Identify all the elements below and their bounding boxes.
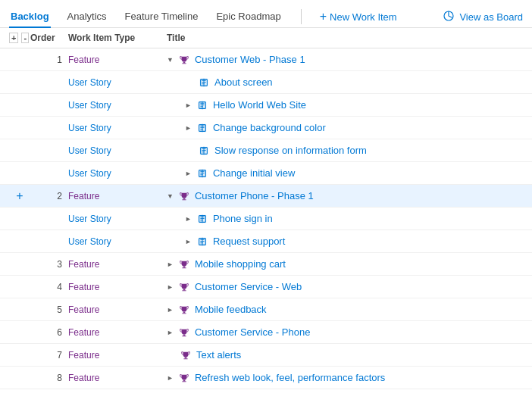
row-title-text[interactable]: Slow response on information form xyxy=(214,145,367,156)
row-order: 6 xyxy=(30,327,68,338)
collapse-icon[interactable]: ▼ xyxy=(167,192,174,200)
row-work-item-type: User Story xyxy=(68,236,167,247)
table-row: 8Feature► Refresh web look, feel, perfor… xyxy=(0,367,532,389)
table-row: 3Feature► Mobile shopping cart xyxy=(0,253,532,276)
collapse-all-icon[interactable]: - xyxy=(21,33,29,43)
row-title-cell: ► Phone sign in xyxy=(167,213,523,225)
row-work-item-type: User Story xyxy=(68,100,167,111)
table-row: 5Feature► Mobile feedback xyxy=(0,298,532,321)
nav-epic-roadmap[interactable]: Epic Roadmap xyxy=(214,6,282,28)
expand-icon[interactable]: ► xyxy=(185,215,192,223)
row-work-item-type: Feature xyxy=(68,259,167,270)
table-row: +2Feature▼ Customer Phone - Phase 1 xyxy=(0,185,532,208)
row-title-text[interactable]: Phone sign in xyxy=(213,213,273,224)
nav-bar: Backlog Analytics Feature Timeline Epic … xyxy=(0,0,532,28)
row-order: 2 xyxy=(30,191,68,201)
expand-icon[interactable]: ► xyxy=(167,374,174,382)
table-row: User Story► Hello World Web Site xyxy=(0,94,532,117)
table-row: User Story► Phone sign in xyxy=(0,208,532,230)
row-work-item-type: Feature xyxy=(68,55,167,65)
story-icon xyxy=(197,213,210,225)
story-icon xyxy=(197,122,210,134)
row-title-cell: About screen xyxy=(167,76,523,89)
nav-analytics[interactable]: Analytics xyxy=(66,6,108,28)
row-work-item-type: Feature xyxy=(68,304,167,315)
row-title-text[interactable]: Customer Service - Web xyxy=(195,281,302,292)
row-work-item-type: User Story xyxy=(68,214,167,224)
row-title-text[interactable]: Mobile feedback xyxy=(195,304,267,315)
row-work-item-type: Feature xyxy=(68,373,167,383)
row-work-item-type: Feature xyxy=(68,350,167,361)
trophy-icon xyxy=(179,304,192,316)
row-title-text[interactable]: Customer Web - Phase 1 xyxy=(195,54,305,65)
row-title-cell: ► Hello World Web Site xyxy=(167,99,523,111)
row-title-text[interactable]: Hello World Web Site xyxy=(213,99,306,111)
expand-icon[interactable]: ► xyxy=(167,283,174,291)
view-as-board-label: View as Board xyxy=(459,11,523,23)
view-as-board-button[interactable]: View as Board xyxy=(443,11,523,23)
row-order: 8 xyxy=(30,373,68,383)
row-title-cell: Text alerts xyxy=(167,349,523,361)
board-icon xyxy=(443,11,454,23)
trophy-icon xyxy=(179,326,192,339)
row-work-item-type: User Story xyxy=(68,123,167,133)
new-work-item-button[interactable]: + New Work Item xyxy=(320,10,397,23)
collapse-icon[interactable]: ▼ xyxy=(167,56,174,64)
row-title-cell: ► Change initial view xyxy=(167,167,523,180)
title-header: Title xyxy=(167,33,523,43)
row-title-text[interactable]: About screen xyxy=(214,76,273,88)
table-row: 6Feature► Customer Service - Phone xyxy=(0,321,532,344)
row-title-text[interactable]: Request support xyxy=(213,236,285,247)
plus-icon: + xyxy=(320,10,327,23)
table-header: + - Order Work Item Type Title xyxy=(0,28,532,48)
row-work-item-type: Feature xyxy=(68,191,167,201)
expand-icon[interactable]: ► xyxy=(167,329,174,336)
expand-all-icon[interactable]: + xyxy=(9,33,18,43)
table-rows-container: 1Feature▼ Customer Web - Phase 1User Sto… xyxy=(0,48,532,389)
new-work-item-label: New Work Item xyxy=(330,11,397,23)
trophy-icon xyxy=(179,281,192,293)
row-work-item-type: User Story xyxy=(68,77,167,88)
row-title-text[interactable]: Change initial view xyxy=(213,167,295,179)
row-title-cell: ▼ Customer Phone - Phase 1 xyxy=(167,190,523,202)
trophy-icon xyxy=(179,372,192,384)
row-title-text[interactable]: Mobile shopping cart xyxy=(195,258,286,270)
table-row: 4Feature► Customer Service - Web xyxy=(0,276,532,298)
row-title-text[interactable]: Refresh web look, feel, performance fact… xyxy=(195,372,385,383)
row-title-text[interactable]: Customer Phone - Phase 1 xyxy=(195,190,314,201)
row-title-cell: ► Refresh web look, feel, performance fa… xyxy=(167,372,523,384)
story-icon xyxy=(197,99,210,111)
row-work-item-type: User Story xyxy=(68,168,167,179)
row-add-button[interactable]: + xyxy=(9,190,30,202)
work-item-type-header: Work Item Type xyxy=(68,33,167,43)
expand-icon[interactable]: ► xyxy=(185,124,192,132)
row-order: 4 xyxy=(30,282,68,292)
expand-icon[interactable]: ► xyxy=(185,101,192,109)
header-expand-icons[interactable]: + - xyxy=(9,33,30,43)
row-work-item-type: User Story xyxy=(68,145,167,156)
row-order: 5 xyxy=(30,304,68,315)
nav-feature-timeline[interactable]: Feature Timeline xyxy=(124,6,200,28)
row-order: 7 xyxy=(30,350,68,361)
trophy-icon xyxy=(179,54,192,66)
row-order: 3 xyxy=(30,259,68,270)
row-title-cell: ► Request support xyxy=(167,236,523,248)
row-work-item-type: Feature xyxy=(68,282,167,292)
add-icon[interactable]: + xyxy=(16,190,23,202)
row-title-text[interactable]: Text alerts xyxy=(196,349,241,361)
expand-icon[interactable]: ► xyxy=(185,170,192,177)
expand-icon[interactable]: ► xyxy=(185,238,192,245)
story-icon xyxy=(199,145,211,157)
nav-backlog[interactable]: Backlog xyxy=(9,6,51,28)
story-icon xyxy=(197,236,210,248)
table-row: 7Feature Text alerts xyxy=(0,344,532,367)
table-row: User Story► Request support xyxy=(0,230,532,253)
trophy-icon xyxy=(179,258,192,270)
row-title-text[interactable]: Customer Service - Phone xyxy=(195,326,310,338)
expand-icon[interactable]: ► xyxy=(167,261,174,268)
expand-icon[interactable]: ► xyxy=(167,306,174,314)
nav-divider xyxy=(301,9,302,24)
trophy-icon xyxy=(180,349,193,361)
row-title-text[interactable]: Change background color xyxy=(213,122,326,133)
order-header: Order xyxy=(30,33,68,43)
